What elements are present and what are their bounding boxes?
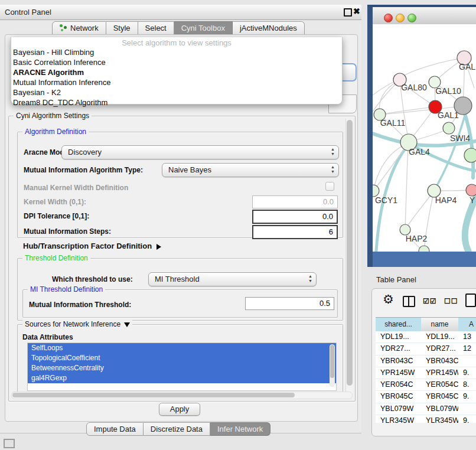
tab-select[interactable]: Select (138, 21, 174, 35)
table-cell: YDR27... (376, 343, 421, 354)
gray-edge[interactable] (373, 144, 407, 191)
float-window-icon[interactable] (344, 8, 352, 17)
close-traffic-light-icon[interactable] (384, 14, 393, 22)
sources-title[interactable]: Sources for Network Inference (22, 320, 132, 328)
tab-network[interactable]: Network (52, 21, 106, 35)
control-panel-tab-bar: NetworkStyleSelectCyni ToolboxjActiveMNo… (52, 21, 305, 35)
network-window-titlebar[interactable] (373, 7, 476, 25)
table-row[interactable]: YER054CYER054C8. (376, 379, 476, 391)
kernel-width-field[interactable]: 0.0 (252, 195, 338, 208)
collapsed-arrow-icon (157, 244, 161, 250)
algorithm-option-aracne-algorithm[interactable]: ARACNE Algorithm (11, 67, 342, 77)
attribute-item-topologicalcoefficient[interactable]: TopologicalCoefficient (28, 353, 336, 363)
attribute-item-selfloops[interactable]: SelfLoops (28, 343, 336, 353)
gray-edge[interactable] (405, 144, 408, 229)
manual-kernel-label: Manual Kernel Width Definition (24, 184, 128, 192)
algorithm-option-bayesian-k2[interactable]: Bayesian - K2 (11, 87, 342, 97)
table-cell: 9. (458, 391, 476, 402)
table-row[interactable]: YBR045CYBR045C9. (376, 391, 476, 403)
tab-cyni-toolbox[interactable]: Cyni Toolbox (174, 21, 233, 35)
combo-arrows-icon: ▲▼ (308, 274, 312, 283)
table-cell: YPR145W (421, 367, 458, 379)
algorithm-option-bayesian-hill-climbing[interactable]: Bayesian - Hill Climbing (11, 47, 342, 57)
bottom-tab-bar: Impute DataDiscretize DataInfer Network (86, 422, 270, 436)
apply-button[interactable]: Apply (159, 403, 200, 416)
column-header-a[interactable]: A (458, 317, 476, 332)
node-label-hap2: HAP2 (406, 234, 428, 243)
export-table-icon[interactable] (465, 294, 476, 307)
gear-icon[interactable]: ⚙ (383, 292, 394, 306)
aracne-mode-combo[interactable]: Discovery ▲▼ (61, 145, 339, 159)
data-attributes-list[interactable]: SelfLoopsTopologicalCoefficientBetweenne… (27, 343, 337, 391)
mi-type-combo[interactable]: Naive Bayes ▲▼ (162, 163, 339, 177)
node-right-green[interactable] (464, 148, 476, 162)
table-cell: YBL079W (421, 403, 458, 415)
tab-jactivemnodules[interactable]: jActiveMNodules (233, 21, 305, 35)
algorithm-option-basic-correlation-inference[interactable]: Basic Correlation Inference (11, 57, 342, 67)
bottom-tab-infer-network[interactable]: Infer Network (210, 422, 270, 436)
node-label-gal11: GAL11 (380, 118, 406, 128)
node-swi4[interactable] (443, 122, 455, 134)
settings-vertical-scrollbar[interactable] (345, 119, 353, 396)
which-threshold-label: Which threshold to use: (52, 275, 133, 283)
node-label-y: Y (470, 195, 475, 205)
node-label-gal80: GAL80 (401, 83, 427, 92)
node-bottom[interactable] (419, 246, 429, 252)
table-cell: YLR345W (421, 415, 458, 423)
algorithm-option-mutual-information-inference[interactable]: Mutual Information Inference (11, 77, 342, 87)
table-row[interactable]: YDR27...YDR27...12 (376, 343, 476, 355)
attribute-item-betweennesscentrality[interactable]: BetweennessCentrality (28, 363, 336, 373)
table-cell: 8. (458, 379, 476, 390)
tab-style[interactable]: Style (106, 21, 138, 35)
table-cell: 9. (458, 415, 476, 423)
table-cell: YDL19... (376, 331, 421, 343)
kernel-width-label: Kernel Width (0,1): (24, 198, 86, 206)
network-canvas[interactable]: GALGAL80GAL10GAL1GAL11SWI4GAL4GCY1HAP4YH… (373, 24, 476, 252)
mi-type-label: Mutual Information Algorithm Type: (24, 166, 143, 174)
node-pink-right[interactable] (466, 184, 476, 196)
columns-icon[interactable] (403, 296, 415, 307)
control-panel-titlebar: Control Panel ✖ (0, 5, 361, 20)
select-all-checkboxes-icon[interactable]: ☑☑ (423, 297, 437, 305)
minimize-traffic-light-icon[interactable] (396, 14, 405, 22)
table-row[interactable]: YLR345WYLR345W9. (376, 415, 476, 423)
settings-horizontal-scrollbar[interactable] (11, 392, 353, 399)
expanded-arrow-icon (124, 322, 130, 327)
sources-group: Sources for Network Inference Data Attri… (17, 324, 343, 395)
minimized-panel-icon[interactable] (4, 439, 15, 448)
deselect-all-checkboxes-icon[interactable]: ☐☐ (444, 297, 458, 305)
teal-edge[interactable] (465, 198, 475, 251)
bottom-tab-discretize-data[interactable]: Discretize Data (144, 422, 210, 436)
algorithm-option-dream8-dc-tdc-algorithm[interactable]: Dream8 DC_TDC Algorithm (11, 97, 342, 107)
table-cell: YBR045C (376, 391, 421, 402)
gray-edge[interactable] (380, 107, 434, 115)
hub-definition-toggle[interactable]: Hub/Transcription Factor Definition (23, 242, 161, 250)
table-row[interactable]: YPR145WYPR145W9. (376, 367, 476, 379)
gray-edge[interactable] (400, 58, 464, 79)
node-gcy1[interactable] (373, 185, 379, 197)
table-panel: ⚙ ☑☑ ☐☐ shared...nameA YDL19...YDL19...1… (371, 288, 476, 436)
network-view-window: GALGAL80GAL10GAL1GAL11SWI4GAL4GCY1HAP4YH… (367, 5, 476, 267)
control-panel: Control Panel ✖ NetworkStyleSelectCyni T… (0, 5, 361, 433)
table-row[interactable]: YDL19...YDL19...13 (376, 331, 476, 343)
mi-threshold-label: Mutual Information Threshold: (29, 301, 131, 309)
gray-edge[interactable] (374, 144, 408, 190)
mi-steps-label: Mutual Information Steps: (24, 227, 111, 236)
list-vertical-scrollbar[interactable] (330, 344, 335, 387)
mi-threshold-field[interactable]: 0.5 (245, 297, 334, 310)
zoom-traffic-light-icon[interactable] (407, 14, 416, 22)
table-row[interactable]: YBR043CYBR043C (376, 356, 476, 367)
bottom-tab-impute-data[interactable]: Impute Data (86, 422, 144, 436)
attribute-item-gal4rgexp[interactable]: gal4RGexp (28, 373, 336, 383)
table-row[interactable]: YBL079WYBL079W (376, 403, 476, 415)
mi-steps-field[interactable]: 6 (252, 225, 338, 239)
cyni-algorithm-settings-panel: Cyni Algorithm Settings Algorithm Defini… (8, 116, 356, 402)
which-threshold-combo[interactable]: MI Threshold ▲▼ (148, 272, 317, 286)
manual-kernel-checkbox[interactable] (325, 182, 334, 191)
column-header-name[interactable]: name (421, 317, 459, 332)
mi-threshold-group: MI Threshold Definition Mutual Informati… (22, 289, 338, 318)
close-panel-icon[interactable]: ✖ (353, 6, 360, 16)
column-header-shared[interactable]: shared... (376, 317, 422, 332)
table-cell: YBL079W (376, 403, 421, 415)
dpi-tolerance-field[interactable]: 0.0 (252, 210, 338, 224)
